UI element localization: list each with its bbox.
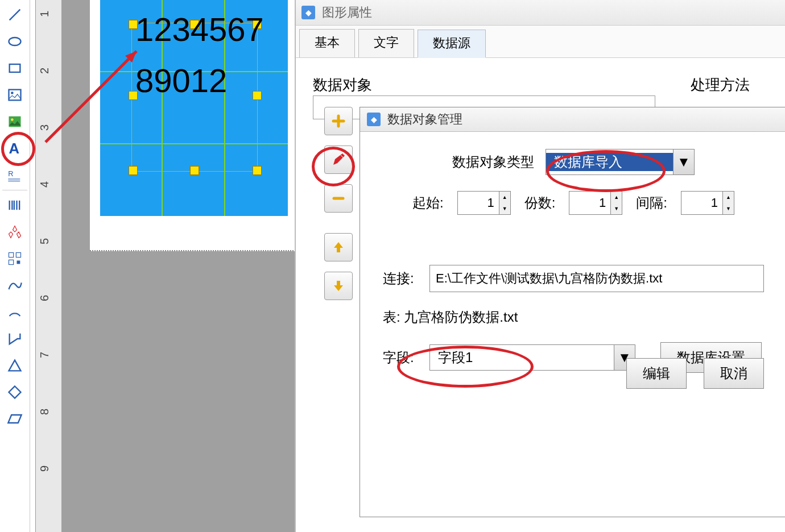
connect-field[interactable]: E:\工作文件\测试数据\九宫格防伪数据.txt (429, 265, 764, 292)
text-object[interactable]: 1234567 89012 (100, 0, 288, 216)
tool-parallelogram[interactable] (3, 407, 27, 431)
start-label: 起始: (412, 194, 444, 212)
dialog-icon: ◆ (367, 113, 381, 126)
canvas-text-line2: 89012 (135, 63, 227, 99)
data-object-dialog: ◆ 数据对象管理 数据对象类型 数据库导入 ▼ 起始: 1▲▼ 份数: 1▲▼ … (360, 107, 785, 517)
tool-qrcode[interactable] (3, 247, 27, 271)
svg-rect-19 (17, 261, 20, 264)
dialog-cancel-button[interactable]: 取消 (704, 358, 764, 389)
start-spinner[interactable]: 1▲▼ (457, 191, 511, 215)
table-label: 表: 九宫格防伪数据.txt (383, 308, 518, 326)
tool-diamond[interactable] (3, 380, 27, 404)
tool-curve[interactable] (3, 273, 27, 297)
tool-rect[interactable] (3, 56, 27, 80)
tool-special-shape[interactable] (3, 220, 27, 244)
chevron-down-icon[interactable]: ▼ (673, 149, 694, 174)
interval-spinner[interactable]: 1▲▼ (681, 191, 734, 215)
tool-ellipse[interactable] (3, 30, 27, 53)
svg-point-4 (11, 92, 14, 94)
spin-down-icon[interactable]: ▼ (722, 203, 734, 214)
dialog-edit-button[interactable]: 编辑 (626, 358, 687, 389)
tabs: 基本 文字 数据源 (296, 26, 785, 58)
section-method-label: 处理方法 (691, 75, 750, 95)
tool-barcode[interactable] (3, 193, 27, 217)
tool-polygon[interactable] (3, 327, 27, 351)
svg-rect-2 (10, 64, 20, 72)
tool-text[interactable]: A (3, 136, 27, 160)
dialog-title-text: 数据对象管理 (387, 111, 462, 128)
svg-text:R: R (8, 169, 13, 178)
spin-up-icon[interactable]: ▲ (499, 192, 510, 203)
tab-datasource[interactable]: 数据源 (418, 30, 486, 58)
tab-basic[interactable]: 基本 (299, 29, 355, 57)
remove-button[interactable] (324, 184, 353, 213)
spin-up-icon[interactable]: ▲ (610, 192, 622, 203)
spin-down-icon[interactable]: ▼ (610, 203, 622, 214)
move-up-button[interactable] (324, 233, 353, 261)
svg-rect-3 (9, 90, 21, 101)
svg-text:A: A (9, 140, 20, 156)
move-down-button[interactable] (324, 272, 353, 300)
connect-label: 连接: (383, 269, 423, 288)
tool-palette: A R (0, 0, 30, 532)
field-label: 字段: (383, 348, 423, 367)
svg-rect-16 (9, 253, 14, 257)
add-button[interactable] (324, 107, 353, 135)
data-object-actions (324, 107, 354, 310)
canvas-area[interactable]: 1234567 89012 (61, 0, 295, 532)
page: 1234567 89012 (90, 0, 300, 251)
tool-image[interactable] (3, 110, 27, 134)
copies-label: 份数: (524, 194, 556, 212)
svg-rect-17 (16, 253, 20, 257)
canvas-text-line1: 1234567 (135, 11, 264, 48)
tab-text[interactable]: 文字 (358, 29, 414, 57)
field-combo-value: 字段1 (430, 348, 614, 367)
tool-arc[interactable] (3, 300, 27, 324)
tool-picture-frame[interactable] (3, 83, 27, 107)
svg-line-0 (10, 10, 20, 20)
interval-label: 间隔: (636, 194, 667, 212)
dialog-titlebar: ◆ 数据对象管理 (360, 107, 785, 132)
type-label: 数据对象类型 (452, 153, 534, 171)
section-data-object-label: 数据对象 (313, 75, 372, 95)
panel-icon: ◆ (301, 6, 315, 19)
panel-title-text: 图形属性 (322, 4, 372, 21)
svg-rect-18 (9, 260, 14, 264)
vertical-ruler: 1 2 3 4 5 6 7 8 9 (35, 0, 63, 532)
svg-point-1 (9, 38, 21, 45)
spin-up-icon[interactable]: ▲ (722, 192, 734, 203)
edit-button[interactable] (324, 146, 353, 174)
field-combo[interactable]: 字段1 ▼ (429, 344, 635, 371)
svg-point-6 (11, 118, 14, 121)
tool-line[interactable] (3, 3, 27, 27)
properties-panel: ◆ 图形属性 基本 文字 数据源 数据对象 处理方法 ◆ 数据对象管理 (295, 0, 785, 532)
type-combo[interactable]: 数据库导入 ▼ (546, 149, 695, 175)
spin-down-icon[interactable]: ▼ (499, 203, 510, 214)
tool-triangle[interactable] (3, 354, 27, 377)
tool-richtext[interactable]: R (3, 163, 27, 187)
panel-titlebar: ◆ 图形属性 (296, 0, 785, 26)
copies-spinner[interactable]: 1▲▼ (569, 191, 622, 215)
type-combo-value: 数据库导入 (546, 153, 673, 171)
